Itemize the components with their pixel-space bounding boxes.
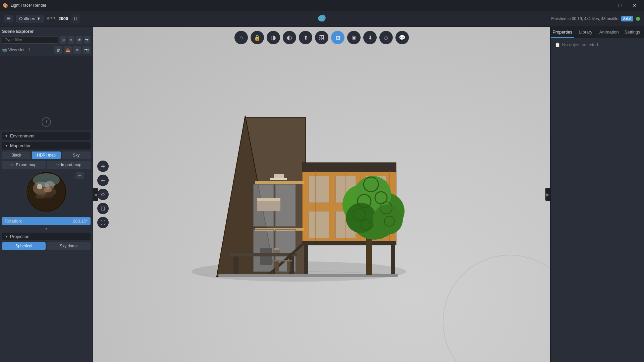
properties-tab[interactable]: Properties (551, 27, 574, 38)
hdri-menu-button[interactable]: ☰ (75, 172, 84, 179)
spp-control: SPP: 2000 (47, 16, 68, 21)
layout-button[interactable]: ▣ (347, 31, 361, 44)
rotation-label: Rotation: (5, 219, 22, 224)
viewport-toolbar: ⌂ 🔒 ◑ ◐ ⬆ 🖼 ⊞ ▣ ⬇ ◇ 💬 (93, 27, 550, 48)
layers-button[interactable]: ❏ (97, 203, 109, 214)
no-selection-text: No object selected (562, 42, 598, 47)
view-mode-dropdown[interactable]: Outlines ▼ (16, 15, 44, 22)
house-3d-model (178, 94, 420, 295)
spp-label: SPP: (47, 16, 57, 21)
delete-icon-btn[interactable]: 🗑 (54, 46, 62, 54)
black-map-button[interactable]: Black (2, 152, 31, 159)
svg-rect-42 (304, 245, 308, 275)
download-button[interactable]: ⬇ (363, 31, 377, 44)
svg-point-52 (373, 204, 403, 235)
titlebar-controls: — □ ✕ (598, 0, 641, 11)
environment-header[interactable]: ▼ Environment (2, 132, 91, 140)
svg-rect-29 (309, 211, 329, 238)
close-button[interactable]: ✕ (628, 0, 641, 11)
viewport-left-controls: + ✛ ⊙ ❏ ⛶ (97, 161, 109, 228)
split-right-button[interactable]: ◐ (283, 31, 296, 44)
camera-icon-btn[interactable]: 📷 (84, 36, 91, 44)
pause-button[interactable]: ⏸ (71, 14, 80, 23)
environment-title: Environment (10, 133, 35, 138)
chevron-down-icon: ▼ (37, 16, 41, 21)
hdri-map-button[interactable]: HDRI map (32, 152, 60, 159)
import-icon: ↪ (56, 163, 60, 167)
origin-button[interactable]: ⊙ (97, 189, 109, 200)
app-logo (316, 13, 328, 24)
import-label: Import map (61, 163, 82, 167)
spp-value: 2000 (58, 16, 68, 21)
export-label: Export map (16, 163, 36, 167)
svg-rect-63 (275, 261, 279, 272)
hdri-preview (26, 172, 66, 212)
projection-header[interactable]: ▼ Projection (2, 233, 91, 240)
minimize-button[interactable]: — (598, 0, 612, 11)
projection-arrow: ▼ (5, 235, 8, 238)
right-panel-collapse[interactable]: ▶ (545, 188, 550, 201)
spherical-button[interactable]: Spherical (2, 242, 46, 250)
left-panel-collapse[interactable]: ◀ (93, 188, 98, 201)
map-type-row: Black HDRI map Sky (2, 152, 91, 159)
export-icon-btn[interactable]: 📤 (64, 46, 72, 54)
sky-map-button[interactable]: Sky (62, 152, 91, 159)
add-object-viewport-button[interactable]: + (97, 161, 109, 172)
visibility-icon-btn[interactable]: 👁 (76, 36, 83, 44)
no-selection-icon: 📋 (555, 42, 560, 47)
svg-rect-61 (274, 174, 284, 178)
rotation-value: 283.15° (73, 219, 88, 224)
map-editor-arrow: ▼ (5, 144, 8, 147)
screenshot-button[interactable]: 🖼 (315, 31, 328, 44)
svg-rect-62 (274, 260, 292, 261)
svg-rect-7 (46, 192, 53, 198)
add-object-button[interactable]: + (42, 117, 51, 127)
svg-rect-6 (36, 193, 45, 198)
expand-section-arrow[interactable]: ▼ (2, 227, 91, 231)
move-tool-button[interactable]: ✛ (97, 175, 109, 186)
maximize-button[interactable]: □ (613, 0, 627, 11)
upload-button[interactable]: ⬆ (299, 31, 312, 44)
grid-button[interactable]: ⊞ (331, 31, 344, 44)
material-button[interactable]: ◇ (379, 31, 393, 44)
split-left-button[interactable]: ◑ (267, 31, 280, 44)
right-panel-tabs: Properties Library Animation Settings (551, 27, 644, 38)
viewport: ⌂ 🔒 ◑ ◐ ⬆ 🖼 ⊞ ▣ ⬇ ◇ 💬 + ✛ ⊙ ❏ ⛶ ◀ (93, 27, 550, 362)
svg-rect-38 (233, 255, 238, 275)
render-stats: Finished in 00:19, 4x4 tiles, 43 ms/tile (551, 16, 618, 21)
library-tab[interactable]: Library (574, 27, 598, 38)
map-editor-label: Map editor (10, 143, 31, 148)
svg-point-8 (33, 173, 60, 187)
camera-small-icon: 📹 (2, 48, 7, 52)
camera-add-icon-btn[interactable]: 📷 (83, 46, 91, 54)
clone-icon-btn[interactable]: ⧉ (73, 46, 81, 54)
main-toolbar: ☰ Outlines ▼ SPP: 2000 ⏸ Finished in 00:… (0, 11, 644, 27)
svg-rect-43 (391, 245, 395, 275)
discord-button[interactable]: 💬 (395, 31, 409, 44)
fullscreen-button[interactable]: ⛶ (97, 217, 109, 228)
map-action-row: ↩ Export map ↪ Import map (2, 161, 91, 169)
rotation-slider[interactable]: Rotation: 283.15° (2, 217, 91, 225)
titlebar-left: 🎨 Light Tracer Render (3, 3, 46, 8)
animation-tab[interactable]: Animation (597, 27, 621, 38)
map-editor-header[interactable]: ▼ Map editor (2, 142, 91, 149)
home-view-button[interactable]: ⌂ (234, 31, 248, 44)
import-map-button[interactable]: ↪ Import map (47, 161, 91, 169)
main-layout: Scene Explorer ⊞ ≡ 👁 📷 📹 View slot - 1 🗑… (0, 27, 644, 362)
menu-button[interactable]: ☰ (4, 15, 13, 22)
group-icon-btn[interactable]: ⊞ (60, 36, 66, 44)
scene-filter-input[interactable] (2, 36, 58, 44)
left-panel: Scene Explorer ⊞ ≡ 👁 📷 📹 View slot - 1 🗑… (0, 27, 93, 362)
rotation-row: Rotation: 283.15° (2, 217, 91, 225)
skydome-button[interactable]: Sky dome (47, 242, 91, 250)
svg-rect-25 (274, 248, 279, 250)
lock-camera-button[interactable]: 🔒 (251, 31, 264, 44)
viewport-background: ⌂ 🔒 ◑ ◐ ⬆ 🖼 ⊞ ▣ ⬇ ◇ 💬 + ✛ ⊙ ❏ ⛶ ◀ (93, 27, 550, 362)
view-slot-label: View slot - 1 (8, 48, 30, 52)
list-icon-btn[interactable]: ≡ (68, 36, 74, 44)
scene-explorer-title: Scene Explorer (2, 29, 91, 34)
svg-rect-14 (302, 163, 396, 172)
settings-tab[interactable]: Settings (621, 27, 644, 38)
svg-rect-26 (309, 176, 329, 203)
export-map-button[interactable]: ↩ Export map (2, 161, 46, 169)
